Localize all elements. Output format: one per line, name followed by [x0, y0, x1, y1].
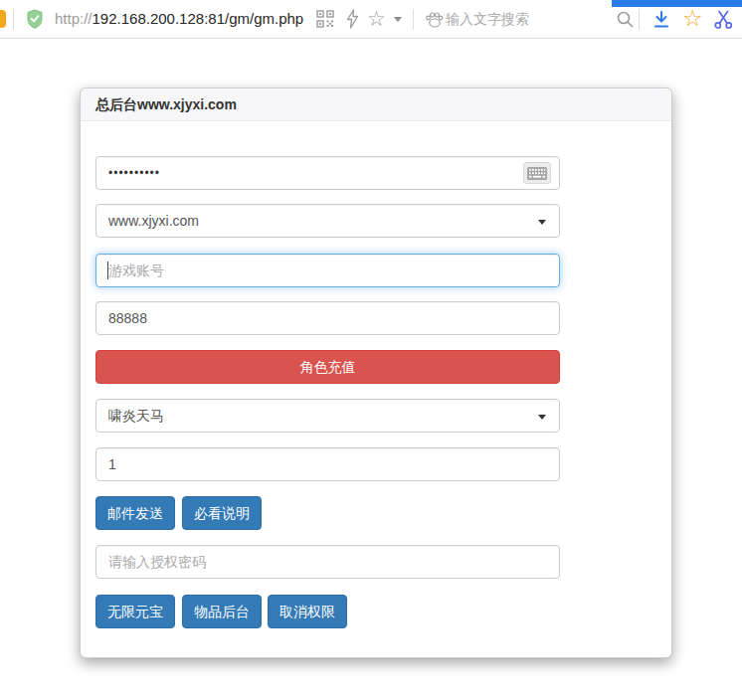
address-bar[interactable]: http://192.168.200.128:81/gm/gm.php	[55, 0, 303, 38]
character-select-row: 啸炎天马	[95, 399, 560, 433]
domain-select[interactable]: www.xjyxi.com	[95, 204, 560, 238]
gm-panel: 总后台www.xjyxi.com www.xjyxi.com	[80, 88, 672, 658]
url-address: 192.168.200.128:81/gm/gm.php	[93, 10, 304, 27]
clipped-toolbar-icon[interactable]	[0, 10, 6, 28]
character-select[interactable]: 啸炎天马	[95, 399, 560, 433]
domain-select-value: www.xjyxi.com	[108, 213, 199, 229]
search-icon[interactable]	[616, 10, 635, 33]
revoke-permission-button[interactable]: 取消权限	[268, 595, 347, 628]
tab-accent-bar	[612, 0, 742, 7]
select-caret-icon	[538, 220, 546, 225]
toolbar-divider	[639, 9, 640, 30]
search-input[interactable]	[446, 7, 610, 31]
account-row	[95, 254, 560, 287]
password-row	[95, 156, 560, 190]
game-account-input[interactable]	[95, 254, 560, 287]
browser-toolbar: http://192.168.200.128:81/gm/gm.php ☆	[0, 0, 742, 39]
download-icon[interactable]	[651, 10, 671, 33]
baidu-paw-icon	[425, 11, 444, 32]
password-field[interactable]	[95, 156, 560, 190]
character-select-value: 啸炎天马	[108, 408, 164, 424]
select-caret-icon	[538, 415, 546, 420]
text-cursor	[107, 262, 108, 279]
chevron-down-icon[interactable]	[394, 17, 402, 22]
domain-select-row: www.xjyxi.com	[95, 204, 560, 238]
unlimited-yuanbao-button[interactable]: 无限元宝	[95, 595, 175, 628]
item-admin-button[interactable]: 物品后台	[182, 595, 262, 628]
favorites-star-icon[interactable]: ☆	[682, 7, 703, 30]
quantity-row	[95, 447, 560, 481]
recharge-row: 角色充值	[95, 350, 560, 384]
send-mail-button[interactable]: 邮件发送	[95, 496, 175, 530]
amount-input[interactable]	[95, 301, 560, 335]
auth-row	[95, 545, 560, 579]
url-scheme: http://	[55, 10, 93, 27]
page-star-icon[interactable]: ☆	[367, 8, 386, 29]
admin-buttons-row: 无限元宝 物品后台 取消权限	[95, 595, 560, 628]
lightning-icon[interactable]	[345, 9, 360, 33]
mail-buttons-row: 邮件发送 必看说明	[95, 496, 560, 530]
scissors-icon[interactable]	[713, 9, 734, 34]
auth-password-input[interactable]	[95, 545, 560, 579]
recharge-button[interactable]: 角色充值	[95, 350, 560, 384]
toolbar-divider	[13, 9, 14, 30]
qrcode-icon[interactable]	[316, 10, 334, 32]
notice-button[interactable]: 必看说明	[182, 496, 262, 530]
panel-title: 总后台www.xjyxi.com	[81, 88, 671, 121]
virtual-keyboard-icon[interactable]	[523, 162, 551, 184]
toolbar-divider	[413, 9, 414, 30]
quantity-input[interactable]	[95, 447, 560, 481]
security-shield-icon[interactable]	[26, 9, 44, 33]
amount-row	[95, 301, 560, 335]
